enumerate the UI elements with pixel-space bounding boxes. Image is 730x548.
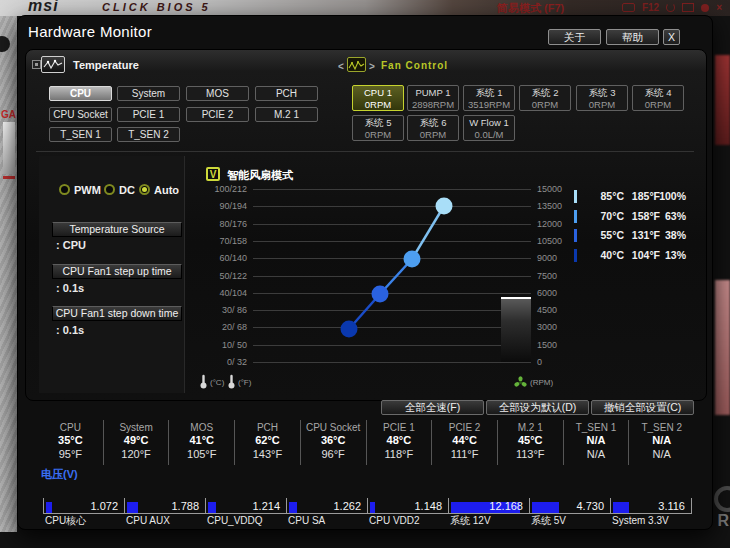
fan-name: CPU 1	[353, 87, 403, 99]
temp-tab-t-sen-1[interactable]: T_SEN 1	[49, 127, 112, 142]
voltage-bar-track: 1.148	[367, 498, 448, 514]
left-axis-tick: 20/ 68	[201, 322, 247, 332]
temp-tab-m-2-1[interactable]: M.2 1	[255, 107, 318, 122]
about-button[interactable]: 关于	[548, 29, 601, 45]
mode-radio-pwm[interactable]	[59, 184, 70, 195]
curve-point-3[interactable]	[404, 251, 421, 268]
voltage-bar	[613, 502, 629, 513]
sensor-temp-f: 95°F	[38, 447, 103, 462]
fan-button-1[interactable]: CPU 10RPM	[352, 85, 404, 111]
temp-tab-mos[interactable]: MOS	[186, 86, 249, 101]
fan-name: 系统 6	[408, 117, 458, 129]
left-axis-tick: 100/212	[201, 184, 247, 194]
legend-temp-c: 70°C	[601, 210, 624, 222]
voltage-value: 12.168	[489, 500, 523, 512]
right-axis-tick: 1500	[537, 340, 557, 350]
msi-logo: msi	[28, 0, 59, 15]
voltage-item-2: 1.788CPU AUX	[124, 498, 205, 527]
sensor-temp-f: 120°F	[104, 447, 169, 462]
pin-icon[interactable]	[32, 60, 41, 69]
topbar-icons: F12 ×	[622, 1, 722, 14]
left-axis-tick: 40/104	[201, 288, 247, 298]
left-axis-tick: 30/ 86	[201, 305, 247, 315]
voltage-label: CPU AUX	[124, 514, 205, 527]
temp-tab-pcie-2[interactable]: PCIE 2	[186, 107, 249, 122]
sensor-name: M.2 1	[498, 422, 563, 434]
fan-button-8[interactable]: 系统 60RPM	[407, 115, 459, 141]
fan-button-6[interactable]: 系统 40RPM	[632, 85, 684, 111]
sensor-system: System49°C120°F	[104, 420, 170, 465]
rpm-unit-label: (RPM)	[530, 378, 553, 387]
voltage-bar	[532, 502, 559, 513]
curve-point-2[interactable]	[372, 286, 389, 303]
fan-button-5[interactable]: 系统 30RPM	[576, 85, 628, 111]
camera-icon[interactable]	[622, 3, 635, 12]
right-axis-tick: 15000	[537, 184, 562, 194]
close-screen-icon[interactable]: ×	[716, 2, 722, 14]
sensor-temp-c: 48°C	[367, 434, 432, 447]
action-button-3[interactable]: 撤销全部设置(C)	[591, 400, 694, 415]
background-red-tick	[3, 176, 15, 179]
setting-button-3[interactable]: CPU Fan1 step down time	[52, 306, 182, 321]
voltage-bar	[208, 502, 216, 513]
temp-tab-pch[interactable]: PCH	[255, 86, 318, 101]
sensor-cpu-socket: CPU Socket36°C96°F	[301, 420, 367, 465]
action-button-2[interactable]: 全部设为默认(D)	[486, 400, 589, 415]
sensor-pcie-1: PCIE 148°C118°F	[367, 420, 433, 465]
fan-button-3[interactable]: 系统 13519RPM	[463, 85, 515, 111]
temp-tab-system[interactable]: System	[117, 86, 180, 101]
action-button-1[interactable]: 全部全速(F)	[381, 400, 484, 415]
bell-icon[interactable]	[701, 4, 709, 12]
fan-nav-left-arrow[interactable]: <	[338, 61, 344, 72]
fan-name: 系统 2	[520, 87, 570, 99]
voltage-readouts: 1.072CPU核心1.788CPU AUX1.214CPU_VDDQ1.262…	[43, 498, 692, 527]
background-white-block	[3, 122, 15, 174]
fan-button-7[interactable]: 系统 50RPM	[352, 115, 404, 141]
fan-button-9[interactable]: W Flow 10.0L/M	[463, 115, 515, 141]
fan-rpm-value: 0RPM	[353, 99, 403, 110]
voltage-bar	[289, 502, 297, 513]
fan-button-4[interactable]: 系统 20RPM	[519, 85, 571, 111]
right-axis-tick: 3000	[537, 322, 557, 332]
voltage-item-6: 12.168系统 12V	[448, 498, 529, 527]
fan-button-2[interactable]: PUMP 12898RPM	[407, 85, 459, 111]
voltage-bar	[46, 502, 52, 513]
monitor-icon[interactable]	[682, 3, 694, 12]
setting-button-1[interactable]: Temperature Source	[52, 222, 182, 237]
temp-tab-pcie-1[interactable]: PCIE 1	[117, 107, 180, 122]
legend-color-tick	[574, 229, 577, 242]
smart-fan-checkbox[interactable]: V	[206, 167, 220, 181]
temp-tab-cpu-socket[interactable]: CPU Socket	[49, 107, 112, 122]
temp-tab-cpu[interactable]: CPU	[49, 86, 112, 101]
fan-nav-right-arrow[interactable]: >	[369, 61, 375, 72]
click-bios-label: CLICK BIOS 5	[102, 1, 211, 13]
fan-curve-svg	[253, 189, 531, 362]
help-button[interactable]: 帮助	[606, 29, 659, 45]
curve-point-1[interactable]	[341, 321, 358, 338]
legend-duty-pct: 63%	[665, 210, 686, 222]
temp-tab-t-sen-2[interactable]: T_SEN 2	[117, 127, 180, 142]
thermometer-celsius-icon[interactable]	[199, 374, 208, 389]
setting-button-2[interactable]: CPU Fan1 step up time	[52, 264, 182, 279]
fan-name: 系统 5	[353, 117, 403, 129]
mode-radio-dc[interactable]	[104, 184, 115, 195]
legend-temp-f: 104°F	[632, 249, 660, 261]
voltage-value: 3.116	[658, 500, 685, 512]
section-divider	[36, 151, 694, 152]
background-right-text: R	[717, 512, 729, 530]
bios-screen: msi CLICK BIOS 5 简易模式 (F7) F12 × GA R Ha…	[0, 0, 730, 548]
voltage-bar-track: 1.262	[286, 498, 367, 514]
sensor-temp-f: N/A	[629, 447, 694, 462]
legend-temp-f: 131°F	[632, 229, 660, 241]
background-topbar: msi CLICK BIOS 5 简易模式 (F7) F12 ×	[0, 0, 730, 16]
sensor-pch: PCH62°C143°F	[235, 420, 301, 465]
refresh-icon[interactable]	[666, 3, 675, 12]
mode-radio-auto[interactable]	[139, 184, 150, 195]
legend-color-tick	[574, 190, 577, 203]
sensor-temp-f: 105°F	[169, 447, 234, 462]
legend-color-tick	[574, 249, 577, 262]
fan-rpm-value: 0RPM	[408, 129, 458, 140]
close-dialog-button[interactable]: X	[663, 29, 680, 45]
thermometer-fahrenheit-icon[interactable]	[227, 374, 236, 389]
curve-point-4[interactable]	[436, 198, 453, 215]
